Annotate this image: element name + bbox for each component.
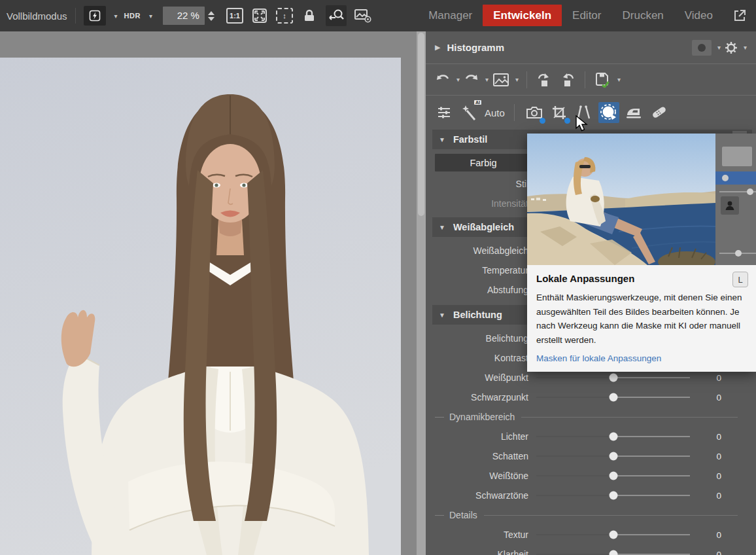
slider-track[interactable] — [536, 436, 690, 437]
fullscreen-mode-label[interactable]: Vollbildmodus — [7, 10, 67, 22]
ai-badge: AI — [473, 99, 482, 105]
image-history-caret[interactable]: ▾ — [515, 76, 519, 83]
lock-zoom-button[interactable] — [299, 5, 320, 26]
rotate-right-button[interactable] — [557, 71, 577, 89]
zoom-level-input[interactable]: 22 % — [163, 7, 205, 25]
module-tabs: ManagerEntwickelnEditorDruckenVideo — [418, 0, 747, 31]
slider-thumb[interactable] — [609, 374, 617, 382]
preview-mode-button[interactable] — [692, 40, 712, 56]
slider-thumb[interactable] — [609, 452, 617, 461]
tooltip-help-link[interactable]: Masken für lokale Anpassungen — [536, 353, 661, 363]
bandaid-icon — [650, 104, 667, 121]
local-adjustments-tooltip: Lokale Anpassungen L Enthält Maskierungs… — [527, 134, 756, 372]
setting-label: Intensität — [426, 198, 528, 209]
undo-caret[interactable]: ▾ — [456, 76, 460, 83]
tool-applied-dot — [540, 118, 545, 124]
iron-icon — [625, 106, 643, 119]
open-external-button[interactable] — [732, 9, 747, 23]
circle-icon — [698, 44, 706, 52]
slider-thumb[interactable] — [609, 393, 617, 402]
magic-wand-icon — [460, 104, 477, 121]
redo-caret[interactable]: ▾ — [485, 76, 489, 83]
zoom-1to1-button[interactable]: 1:1 — [226, 8, 243, 24]
fit-height-button[interactable]: ↕ — [276, 8, 293, 24]
compare-view-button[interactable] — [326, 5, 347, 26]
slider-value[interactable]: 0 — [696, 471, 721, 481]
module-tab[interactable]: Video — [674, 5, 723, 26]
flash-preview-button[interactable] — [84, 6, 106, 26]
color-style-select[interactable]: Farbig — [435, 154, 532, 171]
slider-thumb[interactable] — [609, 492, 617, 500]
save-button[interactable] — [593, 71, 613, 89]
crop-tool[interactable] — [549, 102, 570, 123]
tooltip-title: Lokale Anpassungen — [536, 273, 747, 284]
healing-tool[interactable] — [648, 102, 669, 123]
slider-track[interactable] — [536, 475, 690, 476]
slider-row: Weißtöne 0 — [426, 466, 756, 486]
image-canvas[interactable] — [0, 31, 417, 555]
preview-mode-caret[interactable]: ▾ — [717, 44, 721, 51]
slider-value[interactable]: 0 — [696, 452, 721, 461]
slider-track[interactable] — [536, 495, 690, 496]
fit-to-screen-button[interactable] — [249, 5, 270, 26]
histogram-title: Histogramm — [447, 42, 504, 53]
slider-thumb[interactable] — [609, 550, 617, 555]
retouch-iron-tool[interactable] — [623, 102, 644, 123]
undo-button[interactable] — [434, 71, 452, 88]
app-window: Vollbildmodus ▾ HDR ▾ 22 % 1:1 — [0, 0, 756, 555]
auto-enhance-button[interactable]: AI — [458, 102, 479, 123]
hdr-dropdown-caret[interactable]: ▾ — [149, 12, 152, 20]
canvas-scrollbar[interactable] — [417, 31, 426, 555]
subsection-label: Dynamikbereich — [449, 412, 515, 422]
slider-row: Schatten 0 — [426, 446, 756, 466]
slider-label: Lichter — [426, 431, 528, 442]
slider-value[interactable]: 0 — [696, 491, 721, 501]
redo-icon — [464, 73, 479, 87]
image-icon — [492, 73, 509, 87]
slider-track[interactable] — [536, 377, 690, 378]
image-settings-button[interactable] — [352, 5, 373, 26]
slider-thumb[interactable] — [609, 531, 617, 539]
mask-slider — [719, 191, 756, 192]
slider-value[interactable]: 0 — [696, 530, 721, 540]
histogram-collapse-icon[interactable]: ▶ — [435, 43, 440, 52]
section-collapse-icon[interactable]: ▼ — [439, 224, 445, 231]
slider-value[interactable]: 0 — [696, 393, 721, 403]
tools-row: AI Auto — [426, 96, 756, 130]
module-tab[interactable]: Drucken — [612, 5, 674, 26]
histogram-header[interactable]: ▶ Histogramm ▾ ▾ — [426, 31, 756, 64]
slider-value[interactable]: 0 — [696, 432, 721, 442]
gear-icon[interactable] — [725, 41, 738, 54]
all-adjustments-button[interactable] — [434, 102, 455, 123]
module-tab[interactable]: Manager — [418, 5, 483, 26]
auto-label[interactable]: Auto — [485, 107, 505, 118]
zoom-stepper[interactable] — [208, 11, 215, 21]
slider-value[interactable]: 0 — [696, 550, 721, 555]
flash-dropdown-caret[interactable]: ▾ — [114, 12, 118, 20]
camera-corrections-tool[interactable] — [524, 102, 545, 123]
subsection-label: Details — [449, 510, 477, 520]
local-adjustments-tool[interactable] — [598, 102, 619, 123]
save-caret[interactable]: ▾ — [617, 76, 621, 83]
section-collapse-icon[interactable]: ▼ — [439, 136, 445, 143]
setting-label: Kontrast — [426, 353, 528, 363]
slider-row: Schwarztöne 0 — [426, 486, 756, 505]
module-tab[interactable]: Entwickeln — [483, 5, 562, 26]
slider-value[interactable]: 0 — [696, 373, 721, 383]
slider-track[interactable] — [536, 397, 690, 398]
slider-track[interactable] — [536, 534, 690, 535]
rotate-left-button[interactable] — [535, 71, 555, 89]
slider-track[interactable] — [536, 456, 690, 457]
slider-thumb[interactable] — [609, 472, 617, 480]
compare-magnifier-icon — [328, 9, 344, 23]
scrollbar-thumb[interactable] — [418, 33, 424, 216]
gear-caret[interactable]: ▾ — [744, 44, 747, 51]
hdr-button[interactable]: HDR — [124, 12, 141, 20]
section-collapse-icon[interactable]: ▼ — [439, 312, 445, 319]
slider-thumb[interactable] — [609, 433, 617, 441]
redo-button[interactable] — [462, 71, 481, 88]
setting-label: Belichtung — [426, 333, 528, 344]
image-history-button[interactable] — [491, 71, 511, 88]
module-tab[interactable]: Editor — [562, 5, 611, 26]
undo-icon — [435, 73, 451, 87]
